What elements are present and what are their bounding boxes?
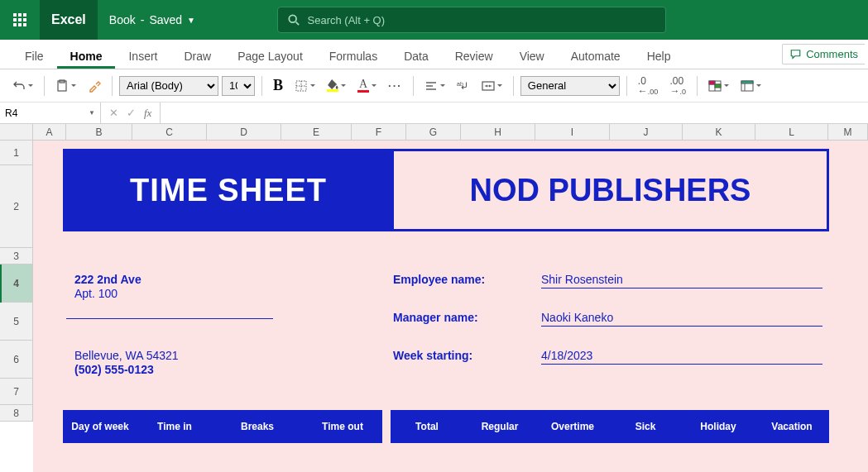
hdr-overtime: Overtime bbox=[536, 421, 609, 432]
row-header[interactable]: 7 bbox=[0, 379, 33, 405]
separator bbox=[112, 76, 113, 96]
font-color-icon: A bbox=[357, 79, 369, 93]
separator bbox=[44, 76, 45, 96]
address-line1: 222 2nd Ave bbox=[74, 273, 141, 286]
separator bbox=[626, 76, 627, 96]
search-icon bbox=[288, 14, 300, 26]
column-header[interactable]: F bbox=[352, 124, 406, 141]
bold-icon: B bbox=[273, 77, 283, 94]
doc-name-text: Book bbox=[109, 13, 136, 26]
svg-rect-6 bbox=[13, 23, 17, 26]
separator bbox=[513, 76, 514, 96]
align-button[interactable] bbox=[420, 74, 449, 98]
more-font-button[interactable]: ··· bbox=[384, 74, 406, 98]
undo-icon bbox=[12, 79, 26, 93]
undo-button[interactable] bbox=[8, 74, 37, 98]
conditional-formatting-button[interactable] bbox=[704, 74, 733, 98]
svg-rect-2 bbox=[23, 13, 26, 17]
row-header[interactable]: 2 bbox=[0, 165, 33, 248]
format-painter-button[interactable] bbox=[84, 74, 105, 98]
svg-rect-1 bbox=[18, 13, 22, 17]
formula-bar: R4 ▼ ✕ ✓ fx bbox=[0, 103, 868, 124]
borders-icon bbox=[295, 79, 308, 93]
fx-icon[interactable]: fx bbox=[144, 107, 151, 120]
title-right: NOD PUBLISHERS bbox=[394, 149, 829, 231]
bold-button[interactable]: B bbox=[269, 74, 287, 98]
decrease-decimal-icon: .00→.0 bbox=[669, 76, 686, 96]
merge-icon bbox=[482, 79, 495, 93]
column-header[interactable]: A bbox=[33, 124, 66, 141]
tab-formulas[interactable]: Formulas bbox=[316, 43, 391, 69]
column-header[interactable]: H bbox=[461, 124, 535, 141]
hdr-breaks: Breaks bbox=[212, 421, 303, 432]
cancel-formula-icon[interactable]: ✕ bbox=[109, 107, 118, 119]
column-header[interactable]: M bbox=[828, 124, 868, 141]
tab-home[interactable]: Home bbox=[57, 43, 116, 69]
tab-page-layout[interactable]: Page Layout bbox=[224, 43, 316, 69]
column-header[interactable]: K bbox=[683, 124, 755, 141]
ellipsis-icon: ··· bbox=[388, 79, 402, 92]
search-box[interactable]: Search (Alt + Q) bbox=[277, 7, 666, 33]
tab-file[interactable]: File bbox=[12, 43, 57, 69]
column-header[interactable]: I bbox=[535, 124, 610, 141]
row-header[interactable]: 1 bbox=[0, 141, 33, 165]
format-as-table-button[interactable] bbox=[736, 74, 765, 98]
app-name[interactable]: Excel bbox=[40, 0, 98, 40]
comments-label: Comments bbox=[806, 48, 858, 60]
decrease-decimal-button[interactable]: .00→.0 bbox=[665, 74, 690, 98]
document-name-button[interactable]: Book - Saved ▼ bbox=[98, 0, 207, 40]
row-header[interactable]: 3 bbox=[0, 248, 33, 265]
column-header[interactable]: D bbox=[207, 124, 281, 141]
chevron-down-icon: ▼ bbox=[187, 16, 195, 25]
title-banner: TIME SHEET NOD PUBLISHERS bbox=[63, 149, 829, 231]
tab-view[interactable]: View bbox=[506, 43, 558, 69]
paste-button[interactable] bbox=[51, 74, 80, 98]
increase-decimal-button[interactable]: .0←.00 bbox=[634, 74, 663, 98]
tab-data[interactable]: Data bbox=[391, 43, 442, 69]
column-header[interactable]: E bbox=[281, 124, 352, 141]
app-launcher-button[interactable] bbox=[0, 0, 40, 40]
address-line2: Apt. 100 bbox=[74, 287, 117, 300]
column-header[interactable]: L bbox=[755, 124, 828, 141]
manager-value: Naoki Kaneko bbox=[541, 311, 822, 327]
fill-color-icon bbox=[327, 79, 338, 92]
formula-input[interactable] bbox=[161, 103, 868, 123]
row-header[interactable]: 8 bbox=[0, 405, 33, 422]
row-headers: 12345678 bbox=[0, 141, 33, 422]
separator bbox=[413, 76, 414, 96]
clipboard-icon bbox=[55, 79, 69, 93]
separator bbox=[697, 76, 698, 96]
column-header[interactable]: J bbox=[610, 124, 683, 141]
tab-insert[interactable]: Insert bbox=[115, 43, 170, 69]
tab-help[interactable]: Help bbox=[634, 43, 684, 69]
tab-automate[interactable]: Automate bbox=[558, 43, 634, 69]
number-format-select[interactable]: General bbox=[520, 76, 620, 96]
row-header[interactable]: 5 bbox=[0, 303, 33, 341]
row-header[interactable]: 4 bbox=[0, 265, 33, 303]
row-header[interactable]: 6 bbox=[0, 341, 33, 379]
doc-save-state: Saved bbox=[149, 13, 182, 26]
name-box[interactable]: R4 ▼ bbox=[0, 103, 101, 123]
font-name-select[interactable]: Arial (Body) bbox=[119, 76, 218, 96]
font-color-button[interactable]: A bbox=[353, 74, 381, 98]
fill-color-button[interactable] bbox=[323, 74, 350, 98]
worksheet[interactable]: TIME SHEET NOD PUBLISHERS 222 2nd Ave Ap… bbox=[33, 141, 868, 472]
wrap-text-button[interactable]: ab bbox=[453, 74, 474, 98]
name-box-value: R4 bbox=[5, 107, 17, 119]
accept-formula-icon[interactable]: ✓ bbox=[127, 107, 136, 119]
borders-button[interactable] bbox=[290, 74, 319, 98]
tab-draw[interactable]: Draw bbox=[170, 43, 224, 69]
select-all-corner[interactable] bbox=[0, 124, 33, 141]
svg-rect-24 bbox=[709, 81, 715, 84]
column-header[interactable]: C bbox=[132, 124, 207, 141]
wrap-text-icon: ab bbox=[457, 79, 470, 93]
svg-rect-27 bbox=[741, 81, 753, 83]
merge-button[interactable] bbox=[477, 74, 506, 98]
svg-rect-5 bbox=[23, 18, 26, 21]
font-size-select[interactable]: 10 bbox=[222, 76, 255, 96]
comments-button[interactable]: Comments bbox=[782, 44, 865, 64]
column-header[interactable]: G bbox=[406, 124, 461, 141]
column-header[interactable]: B bbox=[66, 124, 132, 141]
title-left: TIME SHEET bbox=[63, 149, 394, 231]
tab-review[interactable]: Review bbox=[442, 43, 506, 69]
